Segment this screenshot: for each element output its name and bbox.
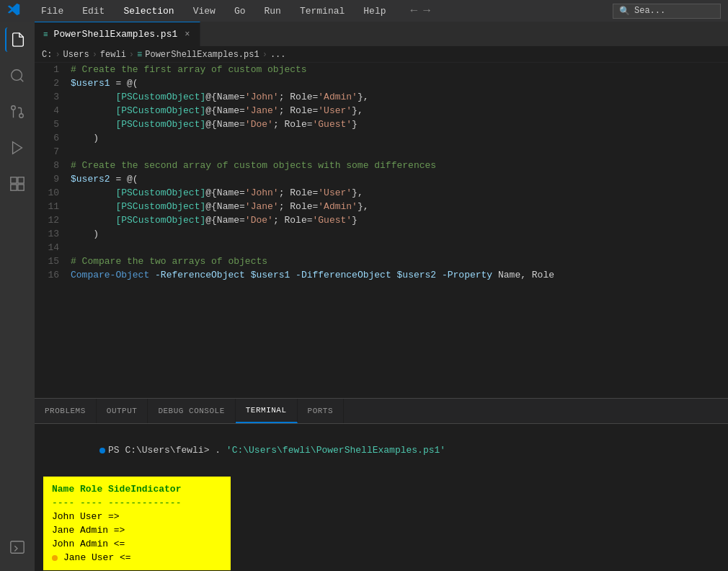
breadcrumb-more[interactable]: ... [270, 50, 286, 60]
table-separator: ---- ---- ------------- [52, 496, 222, 510]
menu-view[interactable]: View [190, 4, 218, 18]
editor-area: ≡ PowerShellExamples.ps1 × C: › Users › … [35, 22, 728, 571]
tab-close-button[interactable]: × [183, 28, 191, 41]
code-line-5: 5 [PSCustomObject]@{Name='Doe'; Role='Gu… [35, 118, 728, 131]
nav-back[interactable]: ← [411, 4, 418, 17]
menu-edit[interactable]: Edit [79, 4, 107, 18]
source-control-icon[interactable] [5, 99, 30, 124]
spacer [43, 471, 719, 474]
svg-rect-9 [18, 185, 24, 190]
breadcrumb: C: › Users › fewli › ≡ PowerShellExample… [35, 47, 728, 63]
panel-tab-terminal[interactable]: TERMINAL [236, 399, 298, 423]
svg-rect-7 [18, 177, 24, 183]
tab-powershell[interactable]: ≡ PowerShellExamples.ps1 × [35, 22, 200, 46]
output-table: Name Role SideIndicator ---- ---- ------… [43, 477, 231, 570]
code-line-9: 9 $users2 = @( [35, 172, 728, 186]
panel-tab-output[interactable]: OUTPUT [97, 399, 148, 423]
panel-tab-debug[interactable]: DEBUG CONSOLE [148, 399, 235, 423]
blue-dot-icon [99, 448, 105, 453]
svg-point-3 [12, 106, 16, 110]
search-box[interactable]: 🔍 Sea... [613, 4, 721, 19]
breadcrumb-file[interactable]: PowerShellExamples.ps1 [145, 50, 259, 60]
code-line-16: 16 Compare-Object -ReferenceObject $user… [35, 268, 728, 282]
table-row-1: John User => [52, 510, 222, 523]
table-row-4: Jane User <= [52, 551, 222, 565]
code-lines: 1 # Create the first array of custom obj… [35, 63, 728, 282]
main-layout: ≡ PowerShellExamples.ps1 × C: › Users › … [0, 22, 728, 571]
extensions-icon[interactable] [5, 172, 30, 196]
search-icon: 🔍 [619, 6, 630, 17]
vscode-logo [7, 3, 20, 19]
tab-file-icon: ≡ [43, 30, 48, 39]
table-row-3: John Admin <= [52, 537, 222, 551]
code-line-14: 14 [35, 241, 728, 254]
explorer-icon[interactable] [5, 27, 30, 52]
activity-bar [0, 22, 35, 571]
code-line-1: 1 # Create the first array of custom obj… [35, 63, 728, 76]
breadcrumb-fewli[interactable]: fewli [100, 50, 126, 60]
code-line-15: 15 # Compare the two arrays of objects [35, 254, 728, 268]
panel-tab-ports[interactable]: PORTS [298, 399, 345, 423]
code-line-13: 13 ) [35, 227, 728, 241]
svg-line-1 [20, 79, 23, 81]
nav-forward[interactable]: → [423, 4, 430, 17]
breadcrumb-c[interactable]: C: [42, 50, 52, 60]
panel-area: PROBLEMS OUTPUT DEBUG CONSOLE TERMINAL P… [35, 398, 728, 571]
menu-help[interactable]: Help [360, 4, 389, 18]
code-line-8: 8 # Create the second array of custom ob… [35, 159, 728, 172]
code-line-11: 11 [PSCustomObject]@{Name='Jane'; Role='… [35, 200, 728, 213]
svg-point-0 [12, 70, 22, 81]
code-line-6: 6 ) [35, 131, 728, 145]
terminal-activity-icon[interactable] [5, 535, 30, 559]
terminal-run-line: PS C:\Users\fewli> . 'C:\Users\fewli\Pow… [43, 430, 719, 471]
svg-rect-8 [11, 185, 17, 190]
nav-buttons: ← → [411, 4, 430, 17]
code-line-3: 3 [PSCustomObject]@{Name='John'; Role='A… [35, 90, 728, 104]
tab-label: PowerShellExamples.ps1 [54, 29, 178, 40]
breadcrumb-users[interactable]: Users [63, 50, 89, 60]
code-editor[interactable]: 1 # Create the first array of custom obj… [35, 63, 728, 398]
menu-terminal[interactable]: Terminal [297, 4, 347, 18]
search-placeholder: Sea... [634, 6, 665, 16]
table-row-2: Jane Admin => [52, 523, 222, 537]
panel-tab-problems[interactable]: PROBLEMS [35, 399, 97, 423]
tab-bar: ≡ PowerShellExamples.ps1 × [35, 22, 728, 47]
code-line-10: 10 [PSCustomObject]@{Name='John'; Role='… [35, 186, 728, 200]
panel-tabs: PROBLEMS OUTPUT DEBUG CONSOLE TERMINAL P… [35, 399, 728, 424]
search-activity-icon[interactable] [5, 63, 30, 88]
code-line-7: 7 [35, 145, 728, 159]
menu-file[interactable]: File [38, 4, 66, 18]
svg-marker-5 [13, 142, 22, 154]
orange-dot-icon [52, 555, 58, 561]
table-header: Name Role SideIndicator [52, 482, 222, 496]
svg-rect-6 [11, 177, 17, 183]
terminal-content[interactable]: PS C:\Users\fewli> . 'C:\Users\fewli\Pow… [35, 424, 728, 571]
svg-rect-10 [11, 541, 24, 554]
menu-run[interactable]: Run [261, 4, 283, 18]
menu-bar: File Edit Selection View Go Run Terminal… [38, 4, 389, 18]
code-line-12: 12 [PSCustomObject]@{Name='Doe'; Role='G… [35, 213, 728, 227]
breadcrumb-ps-icon: ≡ [137, 50, 142, 60]
code-line-2: 2 $users1 = @( [35, 76, 728, 90]
titlebar: File Edit Selection View Go Run Terminal… [0, 0, 728, 22]
svg-point-2 [19, 114, 24, 118]
code-line-4: 4 [PSCustomObject]@{Name='Jane'; Role='U… [35, 104, 728, 118]
menu-go[interactable]: Go [231, 4, 249, 18]
menu-selection[interactable]: Selection [120, 4, 177, 18]
run-debug-icon[interactable] [5, 136, 30, 160]
